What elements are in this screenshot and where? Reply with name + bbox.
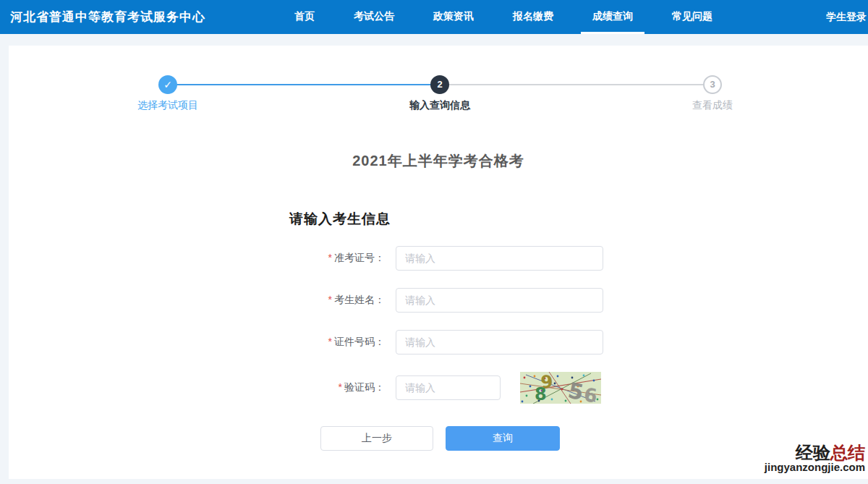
content-card: ✓ 2 3 选择考试项目 输入查询信息 查看成绩 2021年上半年学考合格考 请…	[9, 46, 868, 479]
form-actions: 上一步 查询	[320, 426, 560, 451]
nav-item-faq[interactable]: 常见问题	[660, 0, 724, 34]
step1-label: 选择考试项目	[137, 99, 198, 112]
id-number-input[interactable]	[396, 330, 603, 354]
candidate-name-label: *考生姓名：	[311, 294, 385, 307]
exam-title: 2021年上半年学考合格考	[9, 151, 868, 171]
required-asterisk: *	[328, 336, 332, 347]
watermark-title: 经验总结	[765, 443, 865, 462]
candidate-info-form: *准考证号： *考生姓名： *证件号码： *验证码：	[311, 246, 658, 404]
step2-label: 输入查询信息	[409, 99, 470, 112]
page: 河北省普通中等教育考试服务中心 首页 考试公告 政策资讯 报名缴费 成绩查询 常…	[0, 0, 868, 484]
admission-number-label: *准考证号：	[311, 252, 385, 265]
form-row-id-number: *证件号码：	[311, 330, 658, 354]
site-watermark: 经验总结 jingyanzongjie.com	[765, 443, 865, 473]
required-asterisk: *	[328, 294, 332, 305]
id-number-label: *证件号码：	[311, 336, 385, 349]
nav-item-policy-news[interactable]: 政策资讯	[422, 0, 485, 34]
top-header: 河北省普通中等教育考试服务中心 首页 考试公告 政策资讯 报名缴费 成绩查询 常…	[0, 0, 868, 34]
nav-item-score-query[interactable]: 成绩查询	[581, 0, 644, 34]
captcha-digit-4: 6	[583, 384, 598, 404]
form-row-captcha: *验证码：	[311, 372, 658, 404]
admission-number-input[interactable]	[396, 246, 603, 271]
form-row-candidate-name: *考生姓名：	[311, 288, 658, 313]
captcha-image[interactable]: 9 8 5 6	[520, 372, 601, 404]
previous-step-button[interactable]: 上一步	[320, 426, 433, 451]
query-button[interactable]: 查询	[446, 426, 560, 451]
watermark-url: jingyanzongjie.com	[765, 462, 865, 473]
captcha-digit-2: 8	[535, 384, 547, 404]
main-nav: 首页 考试公告 政策资讯 报名缴费 成绩查询 常见问题	[275, 0, 732, 34]
captcha-input[interactable]	[396, 375, 501, 400]
step3-label: 查看成绩	[692, 99, 733, 112]
step-connector-2-3	[440, 84, 712, 85]
step2-circle: 2	[430, 75, 449, 94]
form-row-admission-number: *准考证号：	[311, 246, 658, 271]
site-title: 河北省普通中等教育考试服务中心	[0, 0, 205, 34]
nav-item-exam-announcements[interactable]: 考试公告	[342, 0, 406, 34]
form-heading: 请输入考生信息	[289, 210, 391, 229]
step-progress: ✓ 2 3 选择考试项目 输入查询信息 查看成绩	[9, 46, 868, 125]
candidate-name-input[interactable]	[396, 288, 603, 313]
step-connector-1-2	[168, 84, 440, 85]
nav-item-home[interactable]: 首页	[283, 0, 326, 34]
required-asterisk: *	[339, 381, 342, 393]
student-login-link[interactable]: 学生登录	[826, 0, 868, 34]
step1-check-icon: ✓	[158, 75, 177, 94]
captcha-label: *验证码：	[311, 381, 385, 394]
nav-item-registration-payment[interactable]: 报名缴费	[501, 0, 565, 34]
required-asterisk: *	[328, 252, 332, 263]
step3-circle: 3	[703, 75, 722, 94]
